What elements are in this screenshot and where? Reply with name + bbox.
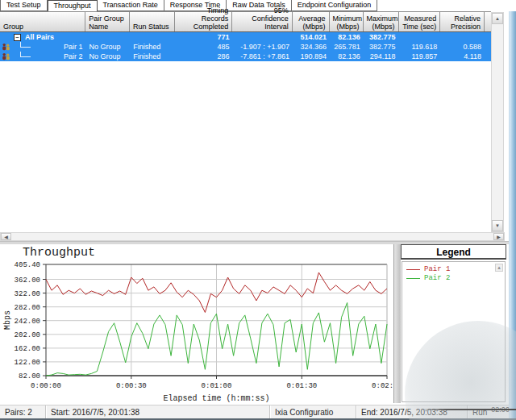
scroll-up-icon[interactable]: ▲ [492, 13, 503, 24]
cell-maximum: 382.775 [364, 42, 399, 52]
group-label: Pair 2 [64, 52, 83, 61]
cell-confidence-interval: -1.907 : +1.907 [233, 42, 293, 52]
results-table-header: Group Pair Group Name Run Status Timing … [0, 11, 491, 32]
svg-text:162.00: 162.00 [15, 345, 40, 353]
legend-item-pair-1[interactable]: Pair 1 [406, 265, 501, 273]
tree-branch-icon [20, 52, 31, 57]
svg-text:Mbps: Mbps [3, 310, 12, 330]
column-header-average[interactable]: Average (Mbps) [293, 12, 330, 31]
svg-text:282.00: 282.00 [15, 304, 40, 312]
table-row-pair-1[interactable]: Pair 1 No Group Finished 485 -1.907 : +1… [0, 42, 491, 52]
cell-run-status [130, 32, 175, 42]
column-header-confidence-interval[interactable]: 95% Confidence Interval [232, 12, 293, 31]
throughput-chart-panel: Throughput 405.40362.00322.00282.00242.0… [0, 244, 395, 403]
scroll-down-icon[interactable]: ▼ [492, 220, 503, 231]
column-header-measured-time[interactable]: Measured Time (sec) [399, 12, 441, 31]
column-header-relative-precision[interactable]: Relative Precision [440, 12, 485, 31]
svg-text:0:00:30: 0:00:30 [116, 382, 147, 390]
legend-scroll-up-icon[interactable]: ▲ [495, 264, 503, 272]
svg-text:242.00: 242.00 [15, 318, 40, 326]
scroll-left-icon[interactable]: ◀ [1, 233, 11, 240]
cell-timing-records: 286 [175, 52, 233, 61]
table-horizontal-scrollbar[interactable]: ◀ ▶ [0, 232, 505, 241]
cell-minimum: 82.136 [330, 32, 364, 42]
cell-relative-precision [440, 32, 485, 42]
tab-test-setup[interactable]: Test Setup [0, 0, 48, 11]
pair-icon [2, 43, 10, 51]
status-end-time: End: 2016/7/5, 20:03:38 [356, 405, 468, 418]
legend-item-pair-2[interactable]: Pair 2 [406, 274, 501, 282]
cell-run-status: Finished [130, 42, 175, 52]
svg-text:0:01:00: 0:01:00 [202, 382, 232, 390]
legend-item-label: Pair 2 [424, 274, 450, 282]
table-vertical-scrollbar[interactable]: ▲ ▼ [491, 12, 504, 232]
chart-legend-divider[interactable] [393, 244, 401, 403]
status-run-time: Run 02:00 [468, 405, 509, 418]
cell-average: 324.366 [293, 42, 330, 52]
cell-pair-group-name: No Group [85, 42, 130, 52]
run-time-value: 02:00 [491, 405, 509, 414]
tree-branch-icon [20, 42, 31, 48]
tab-bar-filler [377, 0, 516, 11]
cell-average: 190.894 [293, 52, 330, 61]
cell-measured-time [399, 32, 441, 42]
svg-text:122.00: 122.00 [15, 359, 40, 367]
pair-icon [2, 52, 10, 60]
svg-text:82.00: 82.00 [19, 372, 40, 380]
chart-title: Throughput [23, 246, 95, 260]
column-header-pair-group-name[interactable]: Pair Group Name [85, 12, 130, 31]
status-start-time: Start: 2016/7/5, 20:01:38 [46, 405, 270, 418]
cell-timing-records: 771 [175, 32, 233, 42]
svg-text:0:01:30: 0:01:30 [286, 382, 317, 390]
cell-average: 514.021 [293, 32, 330, 42]
collapse-icon[interactable]: − [14, 34, 21, 41]
cell-relative-precision: 4.118 [440, 52, 485, 61]
pair-1-line-swatch [406, 269, 420, 270]
cell-minimum: 265.781 [330, 42, 364, 52]
cell-run-status: Finished [130, 52, 175, 61]
run-label: Run [472, 408, 487, 417]
group-label: All Pairs [25, 32, 54, 42]
svg-text:405.40: 405.40 [15, 261, 40, 269]
cell-maximum: 294.118 [364, 52, 399, 61]
window-right-border [509, 11, 516, 420]
table-row-all-pairs[interactable]: − All Pairs 771 514.021 82.136 382.775 [0, 32, 491, 42]
tab-throughput[interactable]: Throughput [48, 0, 98, 11]
throughput-line-chart[interactable]: 405.40362.00322.00282.00242.00202.00162.… [0, 261, 395, 403]
cell-maximum: 382.775 [364, 32, 399, 42]
cell-measured-time: 119.857 [399, 52, 441, 61]
cell-minimum: 82.136 [330, 52, 364, 61]
tab-endpoint-configuration[interactable]: Endpoint Configuration [292, 0, 378, 11]
table-row-pair-2[interactable]: Pair 2 No Group Finished 286 -7.861 : +7… [0, 52, 491, 61]
svg-text:Elapsed time (h:mm:ss): Elapsed time (h:mm:ss) [163, 394, 269, 403]
scroll-right-icon[interactable]: ▶ [493, 233, 504, 240]
column-header-run-status[interactable]: Run Status [130, 12, 175, 31]
legend-list: Pair 1 Pair 2 ▲ [402, 261, 506, 402]
cell-confidence-interval: -7.861 : +7.861 [233, 52, 293, 61]
status-config-name: Ixia Configuratio [270, 405, 356, 418]
pair-2-line-swatch [406, 278, 420, 279]
svg-text:322.00: 322.00 [15, 290, 40, 298]
status-pairs: Pairs: 2 [0, 405, 46, 418]
column-header-maximum[interactable]: Maximum (Mbps) [364, 12, 399, 31]
status-bar: Pairs: 2 Start: 2016/7/5, 20:01:38 Ixia … [0, 405, 509, 418]
legend-panel: Legend Pair 1 Pair 2 ▲ [401, 244, 506, 403]
cell-relative-precision: 0.588 [440, 42, 485, 52]
cell-pair-group-name: No Group [85, 52, 130, 61]
column-header-minimum[interactable]: Minimum (Mbps) [330, 12, 364, 31]
column-header-timing-records[interactable]: Timing Records Completed [175, 12, 233, 31]
cell-timing-records: 485 [175, 42, 233, 52]
legend-item-label: Pair 1 [424, 265, 450, 273]
svg-text:0:00:00: 0:00:00 [31, 382, 61, 390]
svg-text:202.00: 202.00 [15, 331, 40, 339]
legend-title: Legend [401, 244, 506, 260]
cell-pair-group-name [85, 32, 130, 42]
group-label: Pair 1 [64, 42, 83, 52]
results-table-body: − All Pairs 771 514.021 82.136 382.775 P… [0, 32, 491, 61]
tab-transaction-rate[interactable]: Transaction Rate [98, 0, 164, 11]
column-header-filler [485, 12, 491, 31]
cell-measured-time: 119.618 [399, 42, 441, 52]
column-header-group[interactable]: Group [0, 12, 85, 31]
svg-text:362.00: 362.00 [15, 277, 40, 285]
cell-confidence-interval [233, 32, 293, 42]
